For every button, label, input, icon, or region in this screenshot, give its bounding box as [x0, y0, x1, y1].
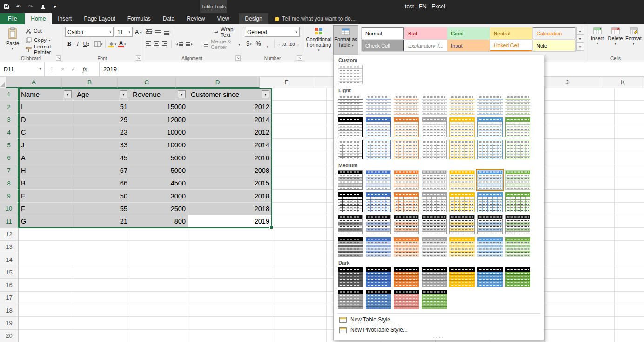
cell-A8[interactable]: B — [19, 177, 74, 190]
tell-me-box[interactable]: Tell me what you want to do... — [275, 13, 356, 24]
cell-C14[interactable] — [130, 253, 188, 266]
cell-K10[interactable] — [615, 203, 644, 215]
format-painter-button[interactable]: Format Painter — [24, 45, 62, 54]
cell-J2[interactable] — [545, 101, 615, 113]
cell-J7[interactable] — [545, 164, 615, 177]
cell-A10[interactable]: F — [19, 203, 74, 215]
cell-J14[interactable] — [545, 253, 615, 266]
table-style-swatch[interactable] — [420, 236, 448, 258]
table-style-swatch[interactable] — [504, 138, 532, 161]
cell-K16[interactable] — [615, 279, 644, 291]
cell-D10[interactable]: 2018 — [188, 203, 272, 215]
table-style-swatch[interactable] — [504, 169, 532, 191]
cell-E10[interactable] — [272, 203, 327, 215]
cell-K15[interactable] — [615, 266, 644, 279]
comma-style-button[interactable]: , — [263, 39, 272, 48]
filter-dropdown-icon[interactable]: ▼ — [262, 90, 269, 98]
tab-design[interactable]: Design — [239, 13, 268, 24]
cell-A5[interactable]: J — [19, 139, 74, 151]
cell-D11[interactable]: 2019 — [188, 215, 272, 228]
table-style-swatch[interactable] — [448, 266, 476, 288]
table-style-swatch[interactable] — [392, 236, 420, 258]
table-style-swatch[interactable] — [448, 236, 476, 258]
table-style-swatch[interactable] — [364, 116, 392, 138]
table-style-swatch[interactable] — [364, 236, 392, 258]
table-style-swatch[interactable] — [364, 169, 392, 191]
table-style-swatch[interactable] — [392, 266, 420, 288]
cell-E17[interactable] — [272, 292, 327, 304]
filter-dropdown-icon[interactable]: ▼ — [178, 90, 186, 98]
cell-D17[interactable] — [188, 292, 272, 304]
cell-C4[interactable]: 10000 — [130, 126, 188, 139]
row-header-14[interactable]: 14 — [0, 253, 19, 266]
table-style-swatch[interactable] — [336, 169, 364, 191]
font-size-combo[interactable]: 11 ▾ — [115, 27, 133, 37]
cell-J10[interactable] — [545, 203, 615, 215]
cell-J13[interactable] — [545, 241, 615, 253]
cell-K3[interactable] — [615, 114, 644, 126]
table-style-swatch[interactable] — [420, 169, 448, 191]
cell-A15[interactable] — [19, 266, 74, 279]
number-dialog-launcher-icon[interactable]: ↘ — [297, 55, 302, 61]
cell-J3[interactable] — [545, 114, 615, 126]
cell-D20[interactable] — [188, 330, 272, 342]
cell-C13[interactable] — [130, 241, 188, 253]
cell-D13[interactable] — [188, 241, 272, 253]
cell-E18[interactable] — [272, 304, 327, 317]
cell-B15[interactable] — [74, 266, 130, 279]
cell-A14[interactable] — [19, 253, 74, 266]
alignment-dialog-launcher-icon[interactable]: ↘ — [235, 55, 241, 61]
cell-A16[interactable] — [19, 279, 74, 291]
cell-D7[interactable]: 2008 — [188, 164, 272, 177]
cell-J4[interactable] — [545, 126, 615, 139]
cell-C5[interactable]: 10000 — [130, 139, 188, 151]
cell-J6[interactable] — [545, 151, 615, 164]
cell-E6[interactable] — [272, 151, 327, 164]
table-style-swatch[interactable] — [336, 191, 364, 213]
cell-A19[interactable] — [19, 317, 74, 329]
middle-align-button[interactable] — [155, 29, 161, 35]
table-style-swatch[interactable] — [392, 138, 420, 161]
cell-C16[interactable] — [130, 279, 188, 291]
name-box-dropdown-icon[interactable]: ▾ — [36, 62, 45, 76]
cell-style-calculation[interactable]: Calculation — [533, 27, 575, 39]
cell-D1[interactable]: Customer since▼ — [188, 88, 272, 101]
row-header-16[interactable]: 16 — [0, 279, 19, 291]
cell-B1[interactable]: Age▼ — [74, 88, 130, 101]
table-style-swatch[interactable] — [476, 213, 504, 236]
gallery-scroll-up-icon[interactable]: ▴ — [576, 27, 584, 35]
cell-E11[interactable] — [272, 215, 327, 228]
cell-D8[interactable]: 2015 — [188, 177, 272, 190]
cell-C9[interactable]: 3000 — [130, 190, 188, 202]
table-style-swatch[interactable] — [448, 94, 476, 116]
cell-A4[interactable]: C — [19, 126, 74, 139]
cell-J1[interactable] — [545, 88, 615, 101]
insert-cells-button[interactable]: Insert▾ — [588, 25, 606, 45]
cell-B18[interactable] — [74, 304, 130, 317]
cell-B9[interactable]: 50 — [74, 190, 130, 202]
delete-cells-button[interactable]: Delete▾ — [606, 25, 624, 45]
filter-dropdown-icon[interactable]: ▼ — [64, 90, 72, 98]
table-style-swatch[interactable] — [392, 169, 420, 191]
cell-A11[interactable]: G — [19, 215, 74, 228]
tab-page-layout[interactable]: Page Layout — [78, 13, 121, 24]
accounting-format-button[interactable]: $▾ — [245, 39, 253, 48]
cell-K19[interactable] — [615, 317, 644, 329]
row-header-10[interactable]: 10 — [0, 203, 19, 215]
cell-A7[interactable]: H — [19, 164, 74, 177]
cell-E16[interactable] — [272, 279, 327, 291]
cell-J11[interactable] — [545, 215, 615, 228]
tab-formulas[interactable]: Formulas — [121, 13, 157, 24]
borders-button[interactable]: ▾ — [94, 39, 104, 48]
new-pivottable-style-item[interactable]: New PivotTable Style... — [334, 325, 544, 335]
gallery-scroll-down-icon[interactable]: ▾ — [576, 35, 584, 43]
cell-C10[interactable]: 2500 — [130, 203, 188, 215]
cell-J18[interactable] — [545, 304, 615, 317]
cell-K6[interactable] — [615, 151, 644, 164]
cell-D9[interactable]: 2018 — [188, 190, 272, 202]
select-all-corner[interactable] — [0, 77, 6, 88]
row-header-3[interactable]: 3 — [0, 114, 19, 126]
cell-C1[interactable]: Revenue▼ — [130, 88, 188, 101]
cell-B6[interactable]: 45 — [74, 151, 130, 164]
cell-style-neutral[interactable]: Neutral — [490, 27, 532, 39]
